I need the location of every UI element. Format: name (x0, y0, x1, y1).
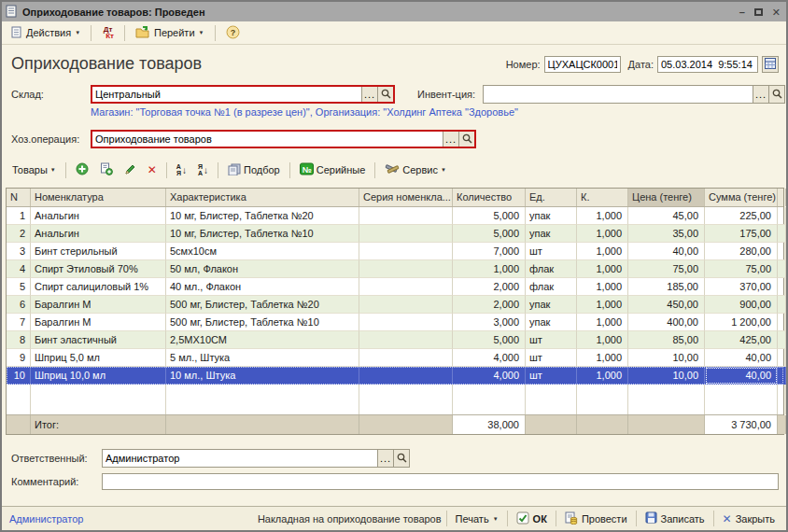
cell-series[interactable] (359, 314, 453, 331)
cell-series[interactable] (359, 225, 453, 243)
table-row[interactable]: 10Шприц 10,0 мл10 мл., Штука4,000шт1,000… (7, 367, 783, 385)
goto-menu-button[interactable]: Перейти ▼ (130, 23, 210, 43)
cell-n[interactable]: 5 (7, 278, 31, 296)
inventory-input[interactable] (484, 86, 753, 103)
cell-characteristic[interactable]: 500 мг, Блистер, Таблетка №10 (166, 314, 359, 331)
cell-nomenclature[interactable]: Баралгин М (31, 296, 166, 314)
cell-unit[interactable]: упак (526, 314, 577, 331)
close-window-button[interactable]: ✕ Закрыть (719, 511, 779, 526)
cell-coefficient[interactable]: 1,000 (577, 349, 628, 367)
cell-unit[interactable]: шт (526, 331, 577, 349)
cell-series[interactable] (359, 207, 453, 225)
cell-n[interactable]: 8 (7, 331, 31, 349)
cell-n[interactable]: 3 (7, 243, 31, 260)
table-row[interactable]: 3Бинт стерильный5смх10см7,000шт1,00040,0… (7, 243, 783, 260)
cell-price[interactable]: 185,00 (628, 278, 705, 296)
post-button[interactable]: Провести (561, 510, 631, 528)
calendar-button[interactable] (762, 56, 779, 73)
cell-characteristic[interactable]: 5 мл., Штука (166, 349, 359, 367)
cell-quantity[interactable]: 1,000 (453, 260, 526, 278)
cell-series[interactable] (359, 260, 453, 278)
cell-coefficient[interactable]: 1,000 (577, 314, 628, 331)
cell-n[interactable]: 6 (7, 296, 31, 314)
cell-quantity[interactable]: 2,000 (453, 278, 526, 296)
cell-price[interactable]: 10,00 (628, 349, 705, 367)
table-row[interactable]: 8Бинт эластичный2,5МХ10СМ5,000шт1,00085,… (7, 331, 783, 349)
cell-sum[interactable]: 425,00 (705, 331, 778, 349)
cell-sum[interactable]: 175,00 (705, 225, 778, 243)
maximize-button[interactable] (754, 6, 763, 19)
cell-characteristic[interactable]: 500 мг, Блистер, Таблетка №20 (166, 296, 359, 314)
cell-sum[interactable]: 225,00 (705, 207, 778, 225)
inventory-search-button[interactable] (768, 86, 784, 103)
cell-characteristic[interactable]: 40 мл., Флакон (166, 278, 359, 296)
cell-characteristic[interactable]: 10 мл., Штука (166, 367, 359, 385)
cell-sum[interactable]: 40,00 (705, 367, 778, 385)
cell-coefficient[interactable]: 1,000 (577, 243, 628, 260)
cell-quantity[interactable]: 5,000 (453, 331, 526, 349)
cell-quantity[interactable]: 4,000 (453, 367, 526, 385)
warehouse-search-button[interactable] (377, 87, 393, 102)
actions-menu-button[interactable]: Действия ▼ (6, 23, 86, 43)
operation-search-button[interactable] (458, 132, 474, 147)
cell-unit[interactable]: упак (526, 296, 577, 314)
minimize-button[interactable]: – (739, 6, 745, 19)
items-menu-button[interactable]: Товары ▼ (7, 160, 61, 180)
cell-unit[interactable]: шт (526, 367, 577, 385)
cell-n[interactable]: 10 (7, 367, 31, 385)
save-button[interactable]: Записать (641, 510, 709, 527)
inventory-ellipsis-button[interactable]: ... (753, 86, 768, 103)
cell-nomenclature[interactable]: Баралгин М (31, 314, 166, 331)
table-row[interactable]: 7Баралгин М500 мг, Блистер, Таблетка №10… (7, 314, 783, 331)
column-header-coefficient[interactable]: К. (577, 189, 628, 206)
cell-coefficient[interactable]: 1,000 (577, 331, 628, 349)
cell-n[interactable]: 2 (7, 225, 31, 243)
cell-price[interactable]: 450,00 (628, 296, 705, 314)
date-input[interactable] (657, 56, 758, 73)
edit-row-button[interactable] (120, 160, 141, 180)
cell-nomenclature[interactable]: Бинт эластичный (31, 331, 166, 349)
cell-price[interactable]: 35,00 (628, 225, 705, 243)
cell-quantity[interactable]: 7,000 (453, 243, 526, 260)
cell-n[interactable]: 4 (7, 260, 31, 278)
cell-price[interactable]: 75,00 (628, 260, 705, 278)
column-header-unit[interactable]: Ед. (526, 189, 577, 206)
sort-ascending-button[interactable]: АЯ ↓ (172, 160, 191, 180)
responsible-input[interactable] (103, 450, 377, 467)
column-header-nomenclature[interactable]: Номенклатура (31, 189, 166, 206)
column-header-quantity[interactable]: Количество (453, 189, 526, 206)
serial-numbers-button[interactable]: № Серийные (295, 160, 371, 180)
cell-series[interactable] (359, 296, 453, 314)
close-button[interactable]: ✕ (772, 6, 781, 19)
warehouse-ellipsis-button[interactable]: ... (361, 87, 377, 102)
cell-sum[interactable]: 1 200,00 (705, 314, 778, 331)
column-header-n[interactable]: N (7, 189, 31, 206)
cell-nomenclature[interactable]: Шприц 5,0 мл (31, 349, 166, 367)
cell-nomenclature[interactable]: Спирт Этиловый 70% (31, 260, 166, 278)
cell-price[interactable]: 45,00 (628, 207, 705, 225)
cell-coefficient[interactable]: 1,000 (577, 296, 628, 314)
cell-nomenclature[interactable]: Анальгин (31, 225, 166, 243)
operation-input[interactable] (92, 132, 443, 147)
print-button[interactable]: Печать ▼ (452, 511, 502, 526)
cell-series[interactable] (359, 367, 453, 385)
responsible-search-button[interactable] (393, 450, 409, 467)
cell-price[interactable]: 400,00 (628, 314, 705, 331)
cell-series[interactable] (359, 243, 453, 260)
column-header-series[interactable]: Серия номенкла... (359, 189, 453, 206)
cell-quantity[interactable]: 5,000 (453, 207, 526, 225)
cell-unit[interactable]: упак (526, 207, 577, 225)
cell-sum[interactable]: 280,00 (705, 243, 778, 260)
cell-sum[interactable]: 370,00 (705, 278, 778, 296)
table-row[interactable]: 9Шприц 5,0 мл5 мл., Штука4,000шт1,00010,… (7, 349, 783, 367)
cell-characteristic[interactable]: 10 мг, Блистер, Таблетка №10 (166, 225, 359, 243)
cell-sum[interactable]: 900,00 (705, 296, 778, 314)
cell-quantity[interactable]: 5,000 (453, 225, 526, 243)
column-header-characteristic[interactable]: Характеристика (166, 189, 359, 206)
cell-n[interactable]: 7 (7, 314, 31, 331)
number-input[interactable] (544, 56, 621, 73)
cell-unit[interactable]: упак (526, 225, 577, 243)
cell-unit[interactable]: флак (526, 260, 577, 278)
cell-nomenclature[interactable]: Шприц 10,0 мл (31, 367, 166, 385)
cell-characteristic[interactable]: 10 мг, Блистер, Таблетка №20 (166, 207, 359, 225)
